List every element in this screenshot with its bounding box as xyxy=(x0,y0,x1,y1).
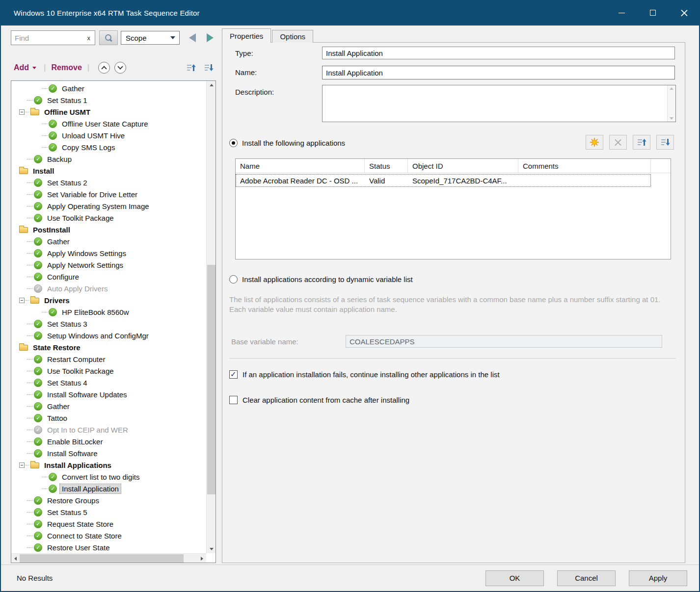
move-application-up-button[interactable] xyxy=(633,135,650,150)
tree-item-apply-windows-settings[interactable]: Apply Windows Settings xyxy=(11,247,206,259)
column-header-status[interactable]: Status xyxy=(365,159,408,173)
tree-item-install-applications[interactable]: Install Applications xyxy=(11,459,206,471)
tree-item-offline-usmt[interactable]: Offline USMT xyxy=(11,106,206,118)
add-button[interactable]: Add xyxy=(11,63,39,72)
delete-application-button[interactable] xyxy=(609,135,627,150)
tree-item-hp-elitebook-8560w[interactable]: HP EliteBook 8560w xyxy=(11,306,206,318)
checkbox-icon[interactable] xyxy=(229,396,238,404)
cancel-button[interactable]: Cancel xyxy=(557,570,616,586)
remove-button[interactable]: Remove xyxy=(51,63,83,72)
tree-item-apply-operating-system-image[interactable]: Apply Operating System Image xyxy=(11,200,206,212)
tree-item-restore-groups[interactable]: Restore Groups xyxy=(11,494,206,506)
titlebar[interactable]: Windows 10 Enterprise x64 RTM Task Seque… xyxy=(0,0,700,26)
tree-item-copy-sms-logs[interactable]: Copy SMS Logs xyxy=(11,141,206,153)
vertical-scroll-thumb[interactable] xyxy=(207,265,215,494)
tree-item-enable-bitlocker[interactable]: Enable BitLocker xyxy=(11,436,206,447)
collapse-toggle-icon[interactable] xyxy=(19,463,25,468)
checkbox-icon[interactable] xyxy=(229,370,238,379)
collapse-toggle-icon[interactable] xyxy=(19,109,25,115)
tree-item-restart-computer[interactable]: Restart Computer xyxy=(11,353,206,365)
tree-item-set-variable-for-drive-letter[interactable]: Set Variable for Drive Letter xyxy=(11,188,206,200)
scroll-up-button[interactable] xyxy=(207,81,216,89)
tree-connector xyxy=(27,406,33,407)
tree-item-use-toolkit-package[interactable]: Use Toolkit Package xyxy=(11,365,206,377)
tree-item-configure[interactable]: Configure xyxy=(11,271,206,283)
application-row[interactable]: Adobe Acrobat Reader DC - OSD ...ValidSc… xyxy=(236,174,651,187)
column-header-comments[interactable]: Comments xyxy=(518,159,651,173)
tree-item-unload-usmt-hive[interactable]: Unload USMT Hive xyxy=(11,129,206,141)
tab-properties[interactable]: Properties xyxy=(222,28,271,43)
search-button[interactable] xyxy=(99,30,118,45)
install-following-apps-radio-row[interactable]: Install the following applications xyxy=(229,139,345,147)
tree-item-gather[interactable]: Gather xyxy=(11,235,206,247)
tree-item-restore-user-state[interactable]: Restore User State xyxy=(11,541,206,553)
clear-find-button[interactable]: x xyxy=(83,34,95,42)
tree-item-drivers[interactable]: Drivers xyxy=(11,294,206,306)
ok-button[interactable]: OK xyxy=(485,570,544,586)
triangle-up-icon[interactable] xyxy=(670,87,673,90)
collapse-toggle-icon[interactable] xyxy=(19,298,25,303)
column-header-object-id[interactable]: Object ID xyxy=(408,159,518,173)
tree-item-gather[interactable]: Gather xyxy=(11,82,206,94)
tree-item-apply-network-settings[interactable]: Apply Network Settings xyxy=(11,259,206,271)
tree-item-auto-apply-drivers[interactable]: Auto Apply Drivers xyxy=(11,283,206,294)
maximize-button[interactable] xyxy=(637,0,669,26)
toolbar-separator: | xyxy=(44,63,46,73)
horizontal-scroll-thumb[interactable] xyxy=(20,554,184,563)
tree-item-set-status-5[interactable]: Set Status 5 xyxy=(11,506,206,518)
tree-item-install[interactable]: Install xyxy=(11,165,206,177)
column-header-name[interactable]: Name xyxy=(236,159,365,173)
tree-item-gather[interactable]: Gather xyxy=(11,400,206,412)
triangle-down-icon[interactable] xyxy=(670,117,673,120)
tree-horizontal-scrollbar[interactable] xyxy=(11,553,206,563)
expand-all-button[interactable] xyxy=(98,62,110,74)
tree-item-set-status-3[interactable]: Set Status 3 xyxy=(11,318,206,330)
type-field xyxy=(322,47,675,59)
name-field[interactable] xyxy=(322,66,675,79)
find-input[interactable] xyxy=(11,34,83,42)
tree-vertical-scrollbar[interactable] xyxy=(206,81,215,553)
tree-item-state-restore[interactable]: State Restore xyxy=(11,341,206,353)
tree-item-backup[interactable]: Backup xyxy=(11,153,206,165)
tab-options[interactable]: Options xyxy=(272,30,313,43)
minimize-button[interactable] xyxy=(606,0,637,26)
tree-item-install-application[interactable]: Install Application xyxy=(11,483,206,494)
tree-item-opt-in-to-ceip-and-wer[interactable]: Opt In to CEIP and WER xyxy=(11,424,206,436)
tree-item-set-status-4[interactable]: Set Status 4 xyxy=(11,377,206,388)
tree-item-set-status-2[interactable]: Set Status 2 xyxy=(11,177,206,188)
description-scrollbar[interactable] xyxy=(667,85,675,122)
radio-icon[interactable] xyxy=(229,139,238,147)
clear-cache-checkbox-row[interactable]: Clear application content from cache aft… xyxy=(229,396,409,404)
tree-item-request-state-store[interactable]: Request State Store xyxy=(11,518,206,530)
move-step-up-button[interactable] xyxy=(184,61,198,74)
tree-item-set-status-1[interactable]: Set Status 1 xyxy=(11,94,206,106)
apply-button[interactable]: Apply xyxy=(629,570,687,586)
tree-item-setup-windows-and-configmgr[interactable]: Setup Windows and ConfigMgr xyxy=(11,330,206,341)
step-check-icon xyxy=(49,120,57,128)
tree-item-convert-list-to-two-digits[interactable]: Convert list to two digits xyxy=(11,471,206,483)
move-application-down-button[interactable] xyxy=(656,135,674,150)
tree-connector xyxy=(27,441,33,442)
install-dynamic-list-radio-row[interactable]: Install applications according to dynami… xyxy=(229,275,413,283)
description-input[interactable] xyxy=(323,85,667,122)
close-button[interactable] xyxy=(669,0,700,26)
tree-item-tattoo[interactable]: Tattoo xyxy=(11,412,206,424)
tree-connector xyxy=(27,383,33,383)
continue-on-fail-checkbox-row[interactable]: If an application installation fails, co… xyxy=(229,370,500,379)
tree-item-connect-to-state-store[interactable]: Connect to State Store xyxy=(11,530,206,541)
scroll-right-button[interactable] xyxy=(198,554,206,563)
tree-item-install-software[interactable]: Install Software xyxy=(11,447,206,459)
tree-item-use-toolkit-package[interactable]: Use Toolkit Package xyxy=(11,212,206,224)
tree-item-postinstall[interactable]: PostInstall xyxy=(11,224,206,235)
find-previous-button[interactable] xyxy=(185,30,200,45)
radio-icon[interactable] xyxy=(229,275,238,283)
scroll-left-button[interactable] xyxy=(11,554,20,563)
scroll-down-button[interactable] xyxy=(207,545,216,553)
scope-select[interactable]: Scope xyxy=(121,31,180,45)
tree-item-offline-user-state-capture[interactable]: Offline User State Capture xyxy=(11,118,206,129)
tree-item-install-software-updates[interactable]: Install Software Updates xyxy=(11,388,206,400)
new-application-button[interactable] xyxy=(586,135,603,150)
find-next-button[interactable] xyxy=(202,30,218,45)
move-step-down-button[interactable] xyxy=(201,61,216,74)
collapse-all-button[interactable] xyxy=(114,62,126,74)
